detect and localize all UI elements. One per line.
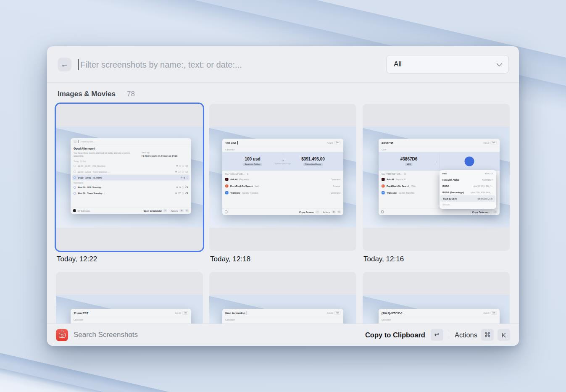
section-count: 78 <box>127 90 135 98</box>
mini-header: ← Filter by title... <box>71 138 191 145</box>
ask-ai-label: Ask AI <box>484 142 490 144</box>
attendee-count: 17 <box>178 171 180 173</box>
color-swatch <box>465 157 474 166</box>
mini-filter-placeholder: Filter by title... <box>81 140 95 143</box>
event-title: /NS: Standup <box>92 165 105 167</box>
mini-section-label: Calculator <box>71 317 191 323</box>
event-title: Team Standup ... <box>87 192 105 195</box>
event-time: 12:00 - 12:15 <box>78 171 91 173</box>
ask-ai-label: Ask AI <box>327 142 333 144</box>
google-translate-icon: G <box>225 191 229 195</box>
mini-query: (10+2)-3*5^3*-1 <box>382 311 403 315</box>
today-label: Today 16 Feb <box>71 159 191 163</box>
next-up-text: FE Retro starts in 2 hours at 14:30. <box>142 155 188 157</box>
action-bar: Search Screenshots Copy to Clipboard ↵ A… <box>47 324 519 346</box>
mini-caret <box>79 140 79 143</box>
from-currency-badge: American Dollars <box>243 163 262 166</box>
attendees-icon <box>176 165 178 167</box>
mini-caret <box>404 311 404 315</box>
mini-footer: My Schedule Open in Calendar ↵ Actions ⌘… <box>71 207 191 214</box>
tab-key-icon: Tab <box>334 311 340 315</box>
event-status-icon <box>74 192 76 195</box>
k-key-icon: K <box>337 210 341 213</box>
text-caret <box>78 59 79 70</box>
mini-query: #3867D6 <box>382 141 393 145</box>
enter-key-icon: ↵ <box>431 329 443 341</box>
mini-actions-label: Actions <box>323 210 330 213</box>
event-badge: CR <box>185 171 188 173</box>
divider <box>169 209 169 212</box>
sync-icon <box>182 171 184 173</box>
timestamp: Today, 12:18 <box>210 255 250 263</box>
mini-app-name: My Schedule <box>78 209 90 212</box>
action-row: ✦ Ask AI Raycast AI Command <box>222 176 343 183</box>
event-title: FE Retro <box>93 176 102 179</box>
arrow-right-icon: → <box>434 160 437 163</box>
event-status-icon <box>74 171 76 173</box>
mini-caret <box>247 311 247 315</box>
use-with-row: Use "100 usd" with... ⚙ <box>222 171 343 176</box>
raycast-logo-icon <box>381 210 384 213</box>
cmd-key-icon: ⌘ <box>481 329 494 341</box>
event-row: 11:00 - 11:30 /NS: Standup 9CR <box>71 163 191 169</box>
attendees-icon <box>181 177 182 179</box>
today-date: 16 Feb <box>80 160 86 163</box>
screenshot-card-schedule[interactable]: ← Filter by title... Good Afternoon! You… <box>56 104 203 251</box>
extension-name: Search Screenshots <box>74 331 138 339</box>
event-time: Mon 19 <box>78 192 85 195</box>
mini-section-label: Calculator <box>379 317 500 323</box>
section-title: Images & Movies <box>58 90 116 98</box>
event-time: 11:00 - 11:30 <box>78 165 90 167</box>
popup-search-placeholder: Search... <box>440 202 496 207</box>
event-badge: CR <box>185 186 188 189</box>
mini-primary-action: Open in Calendar <box>144 209 162 212</box>
mini-back-icon: ← <box>74 140 77 143</box>
attendees-icon <box>175 192 177 194</box>
ask-ai-label: Ask AI <box>175 312 181 314</box>
popup-row: RGBA (Percentage)rgba(22%, 40%, 84%, ... <box>440 189 496 195</box>
duckduckgo-icon: D <box>225 184 229 188</box>
divider <box>321 210 321 213</box>
event-row: Mon 19 /NS: Standup 9CR <box>71 184 191 190</box>
divider <box>449 331 449 339</box>
duckduckgo-icon: D <box>382 184 385 188</box>
mini-footer: Copy Answer ↵ Actions ⌘ K <box>222 208 343 215</box>
event-status-icon <box>74 186 76 189</box>
search-header: ← All <box>47 46 519 83</box>
actions-button[interactable]: Actions ⌘ K <box>455 329 510 341</box>
chevron-down-icon <box>497 61 502 66</box>
next-week-label: Next Week <box>71 181 191 185</box>
screenshot-card-currency[interactable]: 100 usd Ask AI Tab Calculator 100 usd Am… <box>209 104 356 251</box>
popup-row-selected: RGB (CSS4)rgb(56 103 214) <box>440 195 495 202</box>
mini-footer: Copy Color as... ↵ <box>379 208 500 215</box>
attendee-count: 9 <box>179 165 181 167</box>
copy-color-popup: Hex#3867D6 Hex with Alpha#3867D6FF RGBAr… <box>440 170 496 209</box>
sync-icon <box>182 187 184 189</box>
mini-caret <box>237 141 238 145</box>
tab-key-icon: Tab <box>491 311 497 315</box>
screenshot-card-color[interactable]: #3867D6 Ask AI Tab Color #3867D6 HEX → <box>363 104 510 251</box>
mini-schedule-window: ← Filter by title... Good Afternoon! You… <box>71 138 191 214</box>
mini-section-label: Calculator <box>222 147 343 152</box>
tab-key-icon: Tab <box>491 141 497 145</box>
mini-primary-action: Copy Answer <box>299 210 314 213</box>
popup-row: RGBArgba(56, 103, 214, 1... <box>440 183 496 189</box>
event-badge: CR <box>185 165 188 167</box>
event-status-icon <box>74 165 76 167</box>
mini-actions-label: Actions <box>171 209 178 212</box>
event-row-selected: 14:30 - 15:00 FE Retro 6 <box>72 175 190 181</box>
type-filter-dropdown[interactable]: All <box>386 55 509 74</box>
greeting-title: Good Afternoon! <box>74 147 137 150</box>
search-input[interactable] <box>80 56 374 73</box>
action-row: D DuckDuckGo Search Web Browser <box>222 183 343 189</box>
back-button[interactable]: ← <box>58 58 71 71</box>
mini-section-label: Calculator <box>222 317 343 323</box>
raycast-logo-icon <box>225 210 228 213</box>
event-status-icon <box>74 176 76 179</box>
action-row: G Translate Google Translate Command <box>222 189 343 196</box>
event-row: 12:00 - 12:15 Team Standup ... 17CR <box>71 169 191 175</box>
event-time: Mon 19 <box>78 186 85 189</box>
copy-to-clipboard-button[interactable]: Copy to Clipboard ↵ <box>365 329 443 341</box>
attendees-icon <box>176 187 178 188</box>
attendee-count: 6 <box>184 176 185 179</box>
